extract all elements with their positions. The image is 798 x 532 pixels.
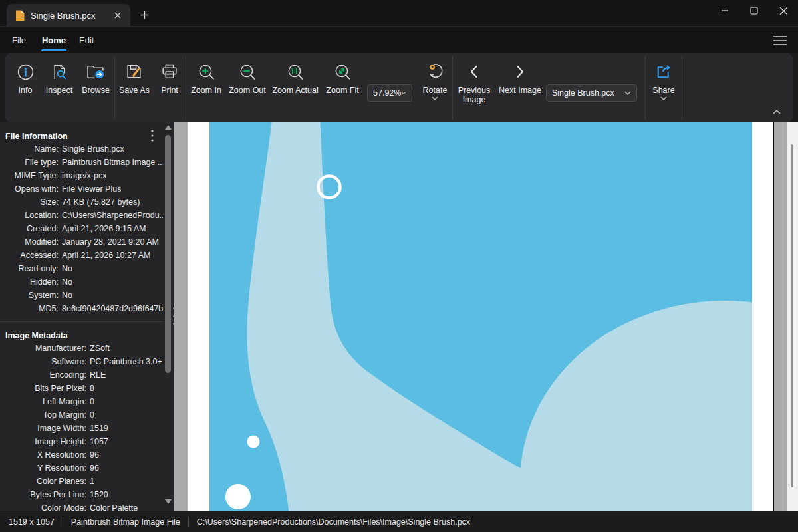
info-value: 96 bbox=[90, 450, 99, 460]
sidebar-options-kebab-icon[interactable] bbox=[146, 129, 158, 142]
info-row: File type:Paintbrush Bitmap Image ... bbox=[0, 156, 163, 169]
info-row: Accessed:April 21, 2026 10:27 AM bbox=[0, 249, 163, 262]
zoom-out-label: Zoom Out bbox=[229, 86, 266, 95]
next-image-label: Next Image bbox=[499, 86, 541, 95]
menu-edit[interactable]: Edit bbox=[79, 27, 94, 53]
info-label: Hidden: bbox=[0, 277, 59, 287]
info-row: Color Planes:1 bbox=[0, 475, 163, 488]
hamburger-menu-icon[interactable] bbox=[771, 33, 789, 48]
info-label: System: bbox=[0, 291, 59, 300]
browse-button[interactable]: Browse bbox=[77, 53, 114, 122]
current-file-dropdown[interactable]: Single Brush.pcx bbox=[546, 84, 637, 102]
info-label: Top Margin: bbox=[0, 410, 86, 420]
section-title: File Information bbox=[0, 122, 163, 142]
zoom-out-button[interactable]: Zoom Out bbox=[226, 53, 269, 122]
rotate-button[interactable]: Rotate bbox=[418, 53, 452, 122]
next-image-button[interactable]: Next Image bbox=[495, 53, 545, 122]
chevron-right-icon bbox=[510, 62, 530, 82]
rotate-icon bbox=[425, 62, 445, 82]
save-as-button[interactable]: Save As bbox=[115, 53, 154, 122]
active-tab-underline bbox=[41, 49, 66, 51]
viewer-scrollbar[interactable] bbox=[787, 122, 798, 511]
zoom-fit-label: Zoom Fit bbox=[326, 86, 358, 95]
print-button[interactable]: Print bbox=[154, 53, 186, 122]
info-label: Opens with: bbox=[0, 184, 59, 194]
new-tab-button[interactable] bbox=[137, 7, 152, 22]
info-value: 8e6cf90420487d2d96f647b... bbox=[62, 304, 163, 313]
zoom-actual-label: Zoom Actual bbox=[272, 86, 318, 95]
file-path-status: C:\Users\SharpenedProductions\Documents\… bbox=[197, 517, 470, 527]
info-value: No bbox=[62, 277, 72, 287]
info-row: MD5:8e6cf90420487d2d96f647b... bbox=[0, 302, 163, 315]
save-as-label: Save As bbox=[119, 86, 150, 95]
zoom-in-label: Zoom In bbox=[191, 86, 221, 95]
info-row: X Resolution:96 bbox=[0, 448, 163, 462]
save-as-icon bbox=[124, 62, 144, 82]
previous-image-button[interactable]: Previous Image bbox=[453, 53, 495, 122]
info-button[interactable]: Info bbox=[9, 53, 41, 122]
info-value: January 28, 2021 9:20 AM bbox=[62, 237, 159, 247]
info-value: No bbox=[62, 291, 72, 300]
tab-close-icon[interactable] bbox=[112, 9, 124, 21]
info-label: Info bbox=[19, 86, 33, 95]
info-value: 96 bbox=[90, 464, 99, 473]
info-label: Left Margin: bbox=[0, 397, 86, 406]
zoom-in-button[interactable]: Zoom In bbox=[186, 53, 226, 122]
info-row: Read-only:No bbox=[0, 262, 163, 275]
info-label: Read-only: bbox=[0, 264, 59, 273]
info-label: Image Width: bbox=[0, 424, 86, 433]
print-icon bbox=[160, 62, 180, 82]
share-button[interactable]: Share bbox=[646, 53, 682, 122]
collapse-ribbon-button[interactable] bbox=[769, 105, 785, 118]
menu-home-active[interactable]: Home bbox=[42, 27, 66, 53]
share-label: Share bbox=[652, 86, 674, 95]
sidebar-scrollbar-thumb[interactable] bbox=[165, 135, 171, 373]
info-value: C:\Users\SharpenedProdu... bbox=[62, 211, 163, 220]
info-label: Size: bbox=[0, 198, 59, 207]
info-label: X Resolution: bbox=[0, 450, 86, 460]
info-row: System:No bbox=[0, 289, 163, 302]
info-label: Modified: bbox=[0, 237, 59, 247]
menu-file[interactable]: File bbox=[12, 27, 26, 53]
image-canvas bbox=[188, 122, 774, 511]
info-row: Opens with:File Viewer Plus bbox=[0, 182, 163, 196]
info-value: April 21, 2026 10:27 AM bbox=[62, 251, 150, 260]
zoom-actual-button[interactable]: Zoom Actual bbox=[269, 53, 322, 122]
info-value: 0 bbox=[90, 397, 94, 406]
info-label: Color Mode: bbox=[0, 503, 86, 511]
zoom-level-value: 57.92% bbox=[373, 88, 401, 98]
zoom-level-dropdown[interactable]: 57.92% bbox=[367, 84, 412, 102]
info-value: RLE bbox=[90, 370, 106, 380]
inspect-button[interactable]: Inspect bbox=[41, 53, 77, 122]
info-row: Software:PC Paintbrush 3.0+ bbox=[0, 355, 163, 368]
sidebar-scrollbar[interactable] bbox=[164, 122, 172, 511]
maximize-button[interactable] bbox=[739, 0, 769, 21]
scroll-down-arrow-icon[interactable] bbox=[165, 499, 172, 504]
previous-image-label: Previous Image bbox=[453, 86, 495, 104]
info-row: Encoding:RLE bbox=[0, 368, 163, 382]
viewer-scrollbar-thumb[interactable] bbox=[791, 144, 793, 487]
info-label: MD5: bbox=[0, 304, 59, 313]
info-row: Bytes Per Line:1520 bbox=[0, 488, 163, 501]
info-row: Hidden:No bbox=[0, 275, 163, 289]
minimize-button[interactable] bbox=[710, 0, 739, 21]
chevron-left-icon bbox=[464, 62, 484, 82]
info-row: Created:April 21, 2026 9:15 AM bbox=[0, 222, 163, 235]
info-row: MIME Type:image/x-pcx bbox=[0, 169, 163, 182]
info-label: Bytes Per Line: bbox=[0, 490, 86, 499]
scroll-up-arrow-icon[interactable] bbox=[165, 125, 172, 130]
info-row: Bits Per Pixel:8 bbox=[0, 382, 163, 395]
info-label: Created: bbox=[0, 224, 59, 233]
info-value: Single Brush.pcx bbox=[62, 144, 124, 154]
zoom-fit-button[interactable]: Zoom Fit bbox=[322, 53, 363, 122]
zoom-fit-icon bbox=[332, 62, 352, 82]
close-button[interactable] bbox=[769, 0, 798, 21]
info-row: Color Mode:Color Palette bbox=[0, 501, 163, 511]
info-value: 1519 bbox=[90, 424, 108, 433]
chevron-down-icon bbox=[432, 96, 438, 100]
info-row: Top Margin:0 bbox=[0, 408, 163, 422]
chevron-up-icon bbox=[773, 110, 781, 114]
document-tab[interactable]: Single Brush.pcx bbox=[7, 4, 130, 27]
info-value: Paintbrush Bitmap Image ... bbox=[62, 158, 163, 167]
info-row: Image Height:1057 bbox=[0, 435, 163, 448]
